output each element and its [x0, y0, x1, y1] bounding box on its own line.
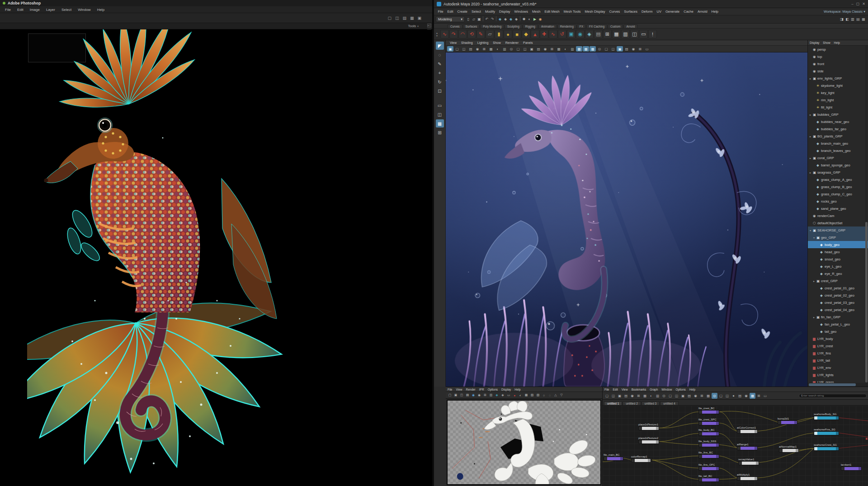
node-output-port[interactable]: [716, 432, 719, 435]
shelf-tool-icon[interactable]: ▭: [639, 30, 648, 38]
node-editor-icon[interactable]: ▤: [686, 393, 692, 399]
shader-node[interactable]: file_body_BC: [698, 432, 719, 436]
sidebar-toggle-icon[interactable]: ▥: [850, 16, 855, 22]
shader-node[interactable]: colorRemap1: [631, 458, 651, 462]
node-graph-canvas[interactable]: place2dTexture1 place2dTexture2: [603, 406, 868, 486]
node-input-port[interactable]: [639, 440, 642, 444]
viewport-toggle-icon[interactable]: ◉: [474, 46, 481, 52]
panel-menu-item[interactable]: Bookmarks: [630, 388, 648, 391]
shelf-tool-icon[interactable]: !: [648, 30, 657, 38]
node-output-port[interactable]: [648, 459, 651, 462]
node-editor-icon[interactable]: ◫: [724, 393, 730, 399]
outliner-item[interactable]: ◆ branch_leaves_geo: [808, 147, 868, 154]
viewport-toggle-icon[interactable]: ▭: [644, 46, 650, 52]
node-input-port[interactable]: [778, 421, 781, 424]
shader-node[interactable]: file_crest_BC: [698, 410, 719, 414]
viewport-toggle-icon[interactable]: ▥: [569, 46, 576, 52]
node-editor-icon[interactable]: ▭: [762, 393, 768, 399]
panel-menu-item[interactable]: Options: [674, 388, 687, 391]
toolbar-icon[interactable]: ▢: [387, 16, 392, 20]
node-input-port[interactable]: [639, 427, 642, 430]
node-editor-tab[interactable]: untitled 2: [623, 401, 641, 405]
shelf-tool-icon[interactable]: ∿: [549, 30, 557, 38]
render-view-icon[interactable]: △: [553, 392, 558, 398]
outliner-item[interactable]: ◆ snout_geo: [808, 255, 868, 263]
shader-node[interactable]: file_main_BC: [604, 457, 623, 461]
shader-node[interactable]: file_crest_SPC: [698, 421, 719, 425]
shelf-tool-icon[interactable]: ▲: [531, 30, 539, 38]
shader-node[interactable]: lambert1: [841, 467, 862, 471]
render-view-icon[interactable]: ▭: [506, 392, 511, 398]
outliner-item[interactable]: ◆ crest_petal_02_geo: [808, 292, 868, 299]
menu-item[interactable]: Edit: [14, 8, 27, 12]
outliner-item[interactable]: ▆ LYR_body: [808, 335, 868, 342]
panel-menu-item[interactable]: Display: [500, 388, 513, 391]
node-editor-icon[interactable]: ◉: [743, 393, 749, 399]
render-view-icon[interactable]: ●: [512, 392, 517, 398]
node-input-port[interactable]: [737, 477, 741, 480]
shelf-tool-icon[interactable]: ▣: [567, 30, 576, 38]
shelf-tab[interactable]: FX: [577, 24, 586, 28]
panel-menu-item[interactable]: Shading: [459, 41, 475, 44]
menu-item[interactable]: Cache: [682, 9, 696, 14]
node-output-port[interactable]: [836, 432, 839, 435]
outliner-item[interactable]: ▆ LYR_env: [808, 364, 868, 371]
status-icon[interactable]: ▱: [471, 16, 476, 22]
outliner-item[interactable]: ⬡ defaultObjectSet: [808, 219, 868, 226]
shelf-tab[interactable]: Rendering: [557, 24, 576, 28]
panel-menu-item[interactable]: View: [448, 41, 459, 44]
outliner-item[interactable]: ◆ bubbles_near_geo: [808, 118, 868, 125]
node-input-port[interactable]: [699, 455, 702, 458]
menu-item[interactable]: File: [436, 9, 445, 14]
expand-arrow-icon[interactable]: ▸: [813, 279, 816, 283]
node-input-port[interactable]: [632, 459, 635, 462]
viewport-toggle-icon[interactable]: ▥: [501, 46, 508, 52]
menu-item[interactable]: File: [2, 8, 14, 12]
outliner-item[interactable]: ◆ grass_clump_B_geo: [808, 183, 868, 190]
render-view-icon[interactable]: ▤: [465, 392, 470, 398]
shader-node[interactable]: remapValue1: [738, 461, 759, 465]
expand-arrow-icon[interactable]: ▾: [813, 236, 816, 239]
panel-menu-item[interactable]: Display: [808, 41, 821, 44]
panel-menu-item[interactable]: Lighting: [475, 41, 491, 44]
expand-arrow-icon[interactable]: ▸: [810, 156, 813, 160]
node-input-port[interactable]: [737, 447, 741, 450]
tool-icon[interactable]: ◌: [436, 51, 444, 59]
outliner-item[interactable]: ◆ body_geo: [808, 241, 868, 248]
viewport-toggle-icon[interactable]: ▦: [556, 46, 562, 52]
node-input-port[interactable]: [699, 478, 702, 481]
viewport-toggle-icon[interactable]: ▤: [467, 46, 474, 52]
node-editor-icon[interactable]: ▢: [667, 393, 673, 399]
node-output-port[interactable]: [656, 427, 659, 430]
node-editor-icon[interactable]: ⊞: [699, 393, 705, 399]
sidebar-toggle-icon[interactable]: ▦: [861, 16, 866, 22]
viewport-toggle-icon[interactable]: ⊞: [481, 46, 487, 52]
shelf-tool-icon[interactable]: ◠: [458, 30, 467, 38]
status-icon[interactable]: ▶: [532, 16, 538, 22]
shelf-tab[interactable]: Surfaces: [463, 24, 480, 28]
node-editor-icon[interactable]: ◎: [661, 393, 667, 399]
status-icon[interactable]: ▯: [466, 16, 471, 22]
panel-menu-item[interactable]: Help: [832, 41, 842, 44]
node-editor-icon[interactable]: ●: [731, 393, 736, 399]
viewport-toggle-icon[interactable]: ▢: [454, 46, 460, 52]
viewport-toggle-icon[interactable]: ▦: [583, 46, 589, 52]
outliner-item[interactable]: ◆ sand_plane_geo: [808, 205, 868, 212]
status-icon[interactable]: ↶: [484, 16, 490, 22]
menu-item[interactable]: Help: [709, 9, 720, 14]
viewport-toggle-icon[interactable]: ▢: [515, 46, 521, 52]
shelf-tool-icon[interactable]: ▥: [621, 30, 630, 38]
render-image[interactable]: persp: [447, 400, 601, 485]
viewport-toggle-icon[interactable]: ⊞: [549, 46, 555, 52]
node-editor-icon[interactable]: ▤: [623, 393, 629, 399]
panel-menu-item[interactable]: Window: [660, 388, 674, 391]
outliner-item[interactable]: ◆ crest_petal_03_geo: [808, 299, 868, 306]
viewport-canvas[interactable]: [446, 52, 807, 387]
node-editor-tab[interactable]: untitled 1: [604, 401, 622, 405]
outliner-item[interactable]: ▆ LYR_grass: [808, 378, 868, 383]
outliner-item[interactable]: ✳ skydome_light: [808, 82, 868, 89]
shelf-tab[interactable]: Poly Modeling: [480, 24, 504, 28]
shader-node[interactable]: file_tail_BC: [698, 478, 719, 482]
node-editor-icon[interactable]: ◐: [648, 393, 654, 399]
shelf-tool-icon[interactable]: ■: [513, 30, 521, 38]
